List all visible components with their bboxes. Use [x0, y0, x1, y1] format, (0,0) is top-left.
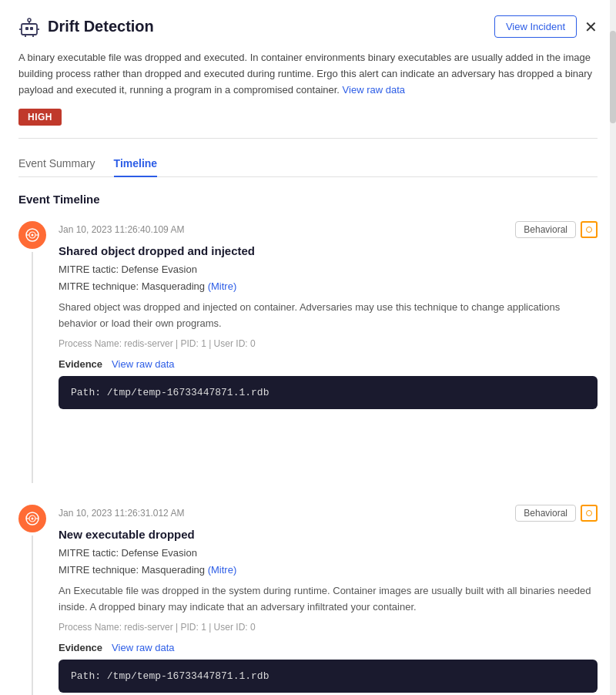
badge-wrapper-1: Behavioral	[515, 221, 598, 238]
event-icon-1	[18, 221, 46, 249]
event-mitre-technique-1: MITRE technique: Masquerading (Mitre)	[59, 279, 598, 294]
tab-timeline[interactable]: Timeline	[114, 151, 158, 177]
target-icon-1	[581, 221, 598, 238]
mitre-link-1[interactable]: (Mitre)	[208, 280, 237, 292]
panel-header: Drift Detection View Incident ✕	[18, 15, 598, 38]
event-left-1	[18, 221, 46, 483]
svg-rect-0	[22, 24, 37, 35]
close-button[interactable]: ✕	[584, 19, 598, 35]
evidence-label-1: Evidence	[59, 358, 102, 370]
evidence-raw-link-2[interactable]: View raw data	[112, 642, 174, 653]
scrollbar-thumb[interactable]	[610, 31, 616, 123]
event-process-1: Process Name: redis-server | PID: 1 | Us…	[59, 338, 598, 349]
tabs-container: Event Summary Timeline	[18, 151, 598, 177]
mitre-link-2[interactable]: (Mitre)	[208, 564, 237, 576]
evidence-section-1: Evidence View raw data	[59, 358, 598, 370]
evidence-label-2: Evidence	[59, 642, 102, 653]
header-left: Drift Detection	[18, 16, 154, 38]
event-title-2: New executable dropped	[59, 528, 598, 541]
divider	[18, 138, 598, 139]
svg-rect-1	[25, 27, 28, 30]
evidence-section-2: Evidence View raw data	[59, 642, 598, 653]
event-timeline-title: Event Timeline	[18, 193, 598, 206]
description-view-raw-link[interactable]: View raw data	[343, 84, 405, 96]
timeline-line-1	[32, 252, 33, 483]
severity-badge: HIGH	[18, 109, 62, 126]
tab-event-summary[interactable]: Event Summary	[18, 151, 95, 177]
evidence-box-1: Path: /tmp/temp-16733447871.1.rdb	[59, 376, 598, 409]
event-mitre-technique-2: MITRE technique: Masquerading (Mitre)	[59, 562, 598, 578]
event-timestamp-2: Jan 10, 2023 11:26:31.012 AM	[59, 508, 184, 519]
svg-point-16	[32, 518, 34, 520]
table-row: Jan 10, 2023 11:26:31.012 AM Behavioral …	[18, 505, 598, 695]
target-inner-1	[586, 227, 592, 233]
svg-point-11	[32, 234, 34, 237]
panel-description: A binary executable file was dropped and…	[18, 50, 598, 98]
event-content-2: Jan 10, 2023 11:26:31.012 AM Behavioral …	[59, 505, 598, 695]
event-description-2: An Executable file was dropped in the sy…	[59, 583, 598, 616]
evidence-raw-link-1[interactable]: View raw data	[112, 358, 174, 370]
svg-point-4	[28, 18, 31, 22]
event-content-1: Jan 10, 2023 11:26:40.109 AM Behavioral …	[59, 221, 598, 483]
view-incident-button[interactable]: View Incident	[494, 15, 577, 38]
header-actions: View Incident ✕	[494, 15, 598, 38]
robot-icon	[18, 16, 40, 38]
behavioral-badge-1: Behavioral	[515, 221, 576, 238]
evidence-box-2: Path: /tmp/temp-16733447871.1.rdb	[59, 660, 598, 693]
event-mitre-tactic-1: MITRE tactic: Defense Evasion	[59, 262, 598, 277]
timeline-line-2	[32, 536, 33, 695]
panel-title: Drift Detection	[48, 18, 154, 35]
table-row: Jan 10, 2023 11:26:40.109 AM Behavioral …	[18, 221, 598, 483]
timeline: Jan 10, 2023 11:26:40.109 AM Behavioral …	[18, 221, 598, 695]
badge-wrapper-2: Behavioral	[515, 505, 598, 522]
event-description-1: Shared object was dropped and injected o…	[59, 300, 598, 332]
target-icon-2	[581, 505, 598, 522]
event-icon-2	[18, 505, 46, 532]
event-process-2: Process Name: redis-server | PID: 1 | Us…	[59, 622, 598, 633]
event-timestamp-1: Jan 10, 2023 11:26:40.109 AM	[59, 224, 184, 235]
svg-rect-2	[30, 27, 33, 30]
event-header-1: Jan 10, 2023 11:26:40.109 AM Behavioral	[59, 221, 598, 238]
event-left-2	[18, 505, 46, 695]
event-title-1: Shared object dropped and injected	[59, 244, 598, 257]
target-inner-2	[586, 510, 592, 516]
event-header-2: Jan 10, 2023 11:26:31.012 AM Behavioral	[59, 505, 598, 522]
scrollbar-track[interactable]	[610, 0, 616, 695]
behavioral-badge-2: Behavioral	[515, 505, 576, 522]
event-mitre-tactic-2: MITRE tactic: Defense Evasion	[59, 546, 598, 561]
